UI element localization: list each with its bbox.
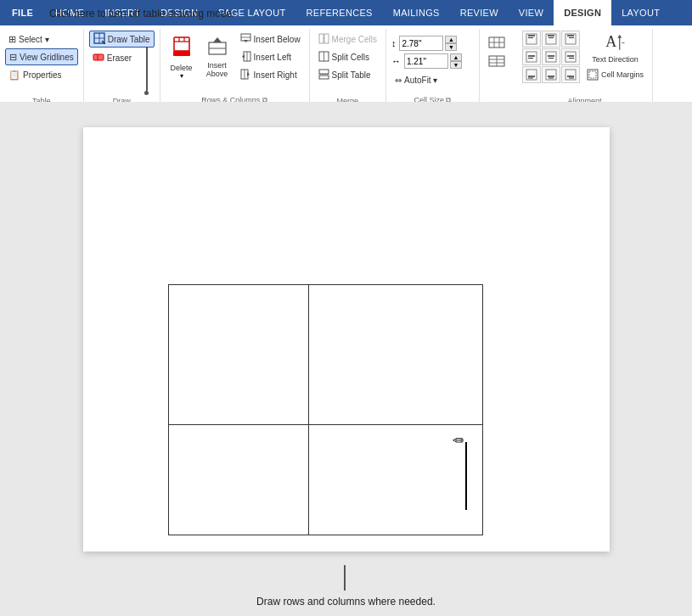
tab-view[interactable]: VIEW	[509, 0, 554, 25]
split-cells-icon	[318, 51, 329, 64]
svg-marker-13	[213, 37, 222, 42]
tab-file[interactable]: FILE	[0, 0, 45, 25]
group-cell-size: ↕ ▲ ▼ ↔ ▲ ▼	[386, 29, 480, 107]
cell-height-row: ↕ ▲ ▼	[391, 36, 458, 51]
align-bottom-left[interactable]	[522, 66, 541, 83]
group-distribute	[480, 29, 517, 107]
align-middle-left[interactable]	[522, 48, 541, 65]
delete-label: Delete	[171, 64, 193, 72]
align-bottom-right[interactable]	[561, 66, 580, 83]
svg-rect-10	[173, 51, 190, 56]
draw-table-icon	[93, 32, 105, 46]
svg-rect-6	[174, 37, 189, 51]
svg-rect-4	[93, 54, 104, 60]
distribute-rows-button[interactable]	[485, 34, 509, 51]
cell-height-down[interactable]: ▼	[445, 43, 457, 51]
align-top-right[interactable]	[561, 31, 580, 48]
tab-mailings[interactable]: MAILINGS	[383, 0, 450, 25]
split-table-button[interactable]: Split Table	[315, 66, 374, 83]
text-direction-label: Text Direction	[592, 55, 639, 64]
svg-marker-68	[618, 35, 622, 38]
callout-dot-top	[144, 91, 149, 95]
insert-right-button[interactable]: Insert Right	[237, 66, 304, 83]
svg-rect-71	[589, 71, 596, 78]
svg-rect-24	[324, 34, 329, 43]
insert-right-icon	[240, 69, 251, 81]
document-table: ✏	[168, 284, 483, 535]
autofit-icon: ⇔	[395, 76, 402, 85]
top-annotation: Click here to turn off table drawing mod…	[49, 7, 235, 21]
drawn-line	[465, 442, 467, 510]
group-rows-columns: Delete ▾ InsertAbove	[160, 29, 310, 107]
bottom-annotation: Draw rows and columns where needed.	[0, 596, 692, 608]
split-cells-button[interactable]: Split Cells	[315, 48, 373, 65]
ribbon-content: ⊞ Select ▾ ⊟ View Gridlines 📋 Properties…	[0, 25, 692, 109]
tab-layout[interactable]: LAYOUT	[611, 0, 670, 25]
eraser-icon	[93, 51, 104, 64]
cell-width-up[interactable]: ▲	[450, 53, 462, 61]
draw-cursor-icon: ✏	[453, 432, 464, 448]
group-draw: Draw Table Eraser Draw	[84, 29, 160, 107]
insert-left-button[interactable]: Insert Left	[237, 48, 304, 65]
select-button[interactable]: ⊞ Select ▾	[5, 31, 53, 48]
document-page: ✏	[83, 127, 610, 552]
distribute-cols-button[interactable]	[485, 53, 509, 70]
align-middle-center[interactable]	[542, 48, 560, 65]
distribute-content	[485, 31, 512, 107]
insert-left-icon	[240, 51, 251, 64]
align-top-left[interactable]	[522, 31, 541, 48]
delete-icon	[172, 36, 192, 64]
text-direction-area: A Text Direction Cell Margins	[583, 31, 647, 83]
cell-width-row: ↔ ▲ ▼	[391, 53, 462, 69]
svg-rect-23	[319, 34, 323, 43]
cell-width-input[interactable]	[404, 53, 448, 69]
merge-cells-icon	[318, 33, 329, 46]
group-table: ⊞ Select ▾ ⊟ View Gridlines 📋 Properties…	[0, 29, 84, 107]
insert-above-icon	[207, 36, 228, 61]
table-group-content: ⊞ Select ▾ ⊟ View Gridlines 📋 Properties	[5, 31, 78, 107]
insert-below-icon	[240, 33, 251, 46]
insert-below-button[interactable]: Insert Below	[237, 31, 304, 48]
group-alignment: A Text Direction Cell Margins	[517, 29, 653, 107]
svg-rect-29	[319, 76, 329, 79]
draw-group-content: Draw Table Eraser	[89, 31, 155, 107]
insert-above-label: InsertAbove	[206, 61, 228, 78]
insert-buttons-col: Insert Below Insert Left	[237, 31, 304, 83]
draw-table-button[interactable]: Draw Table	[89, 31, 155, 48]
delete-button[interactable]: Delete ▾	[166, 31, 198, 93]
align-bottom-center[interactable]	[542, 66, 560, 83]
svg-rect-28	[319, 70, 329, 74]
callout-line-top	[146, 47, 148, 91]
cell-height-icon: ↕	[391, 38, 397, 48]
view-gridlines-button[interactable]: ⊟ View Gridlines	[5, 48, 78, 65]
alignment-grid	[522, 31, 580, 83]
cell-margins-button[interactable]: Cell Margins	[583, 66, 647, 83]
tab-design-active[interactable]: DESIGN	[554, 0, 611, 25]
cell-width-icon: ↔	[391, 56, 401, 66]
svg-text:A: A	[606, 33, 617, 50]
svg-rect-51	[546, 52, 556, 62]
tab-references[interactable]: REFERENCES	[296, 0, 383, 25]
align-top-center[interactable]	[542, 31, 560, 48]
delete-arrow: ▾	[180, 72, 183, 80]
cell-height-up[interactable]: ▲	[445, 36, 457, 43]
text-direction-button[interactable]: A Text Direction	[583, 32, 647, 64]
cell-width-spinner[interactable]: ▲ ▼	[450, 53, 462, 69]
align-middle-right[interactable]	[561, 48, 580, 65]
cell-height-spinner[interactable]: ▲ ▼	[445, 36, 457, 51]
svg-rect-48	[526, 52, 537, 62]
svg-rect-54	[565, 52, 576, 62]
tab-review[interactable]: REVIEW	[450, 0, 509, 25]
cell-width-down[interactable]: ▼	[450, 61, 462, 69]
autofit-button[interactable]: ⇔ AutoFit ▾	[391, 71, 441, 88]
eraser-button[interactable]: Eraser	[89, 49, 135, 66]
insert-above-button[interactable]: InsertAbove	[201, 31, 233, 92]
group-merge: Merge Cells Split Cells	[310, 29, 386, 107]
cell-height-input[interactable]	[399, 36, 443, 51]
merge-cells-button[interactable]: Merge Cells	[315, 31, 380, 48]
cell-margins-label: Cell Margins	[601, 70, 644, 79]
properties-button[interactable]: 📋 Properties	[5, 66, 65, 83]
select-icon: ⊞	[8, 34, 16, 45]
split-table-icon	[318, 69, 329, 81]
properties-icon: 📋	[8, 70, 20, 81]
